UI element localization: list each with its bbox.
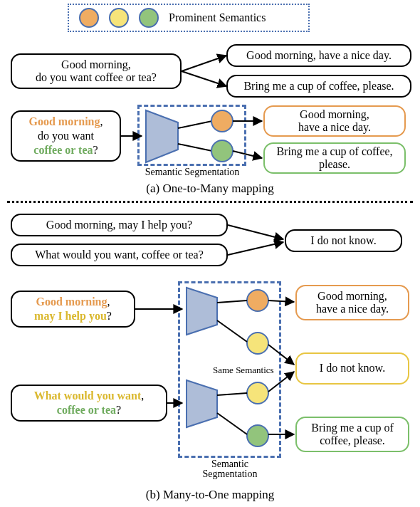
b-hl-top-yellow: may I help you	[34, 310, 107, 322]
legend-circle-orange	[79, 8, 99, 28]
b-hl-top-b2: ?	[107, 310, 112, 322]
b-plain-in-top: Good morning, may I help you?	[11, 214, 228, 236]
svg-line-0	[182, 56, 226, 71]
legend-box: Prominent Semantics	[68, 4, 310, 32]
panel-separator	[7, 201, 413, 203]
a-hl-orange: Good morning	[28, 115, 100, 127]
b-hl-top-text: Good morning, may I help you?	[34, 295, 112, 323]
legend-circle-green	[139, 8, 159, 28]
svg-line-11	[228, 242, 283, 255]
a-plain-input: Good morning, do you want coffee or tea?	[11, 53, 182, 89]
b-out-green: Bring me a cup of coffee, please.	[295, 417, 409, 452]
b-hl-bot-text: What would you want, coffee or tea?	[34, 389, 145, 417]
b-hl-top-orange: Good morning	[36, 296, 107, 308]
b-hl-bot-green: coffee or tea	[57, 404, 116, 416]
b-hl-input-bot: What would you want, coffee or tea?	[11, 385, 167, 422]
a-out-green: Bring me a cup of coffee, please.	[263, 142, 406, 174]
b-hl-bot-yellow: What would you want	[34, 390, 142, 402]
legend-label: Prominent Semantics	[169, 11, 266, 24]
a-out-orange: Good morning, have a nice day.	[263, 105, 406, 137]
svg-line-1	[182, 71, 226, 86]
diagram-canvas: Prominent Semantics Good morning, do you…	[0, 0, 420, 507]
a-highlight-input-text: Good morning, do you want coffee or tea?	[28, 115, 103, 157]
b-plain-in-bot: What would you want, coffee or tea?	[11, 244, 228, 266]
b-caption: (b) Many-to-One mapping	[0, 488, 420, 502]
legend-circle-yellow	[109, 8, 129, 28]
a-hl-green: coffee or tea	[33, 144, 93, 156]
a-plain-out-top: Good morning, have a nice day.	[226, 44, 411, 67]
b-hl-bot-b1: ,	[141, 390, 144, 402]
a-seg-label: Semantic Segmentation	[139, 167, 246, 177]
a-hl-black2: ?	[93, 144, 98, 156]
b-hl-top-b1: ,	[107, 296, 110, 308]
b-plain-out: I do not know.	[285, 229, 402, 252]
svg-line-10	[228, 225, 283, 239]
b-same-semantics: Same Semantics	[213, 365, 274, 376]
b-out-orange: Good morning, have a nice day.	[295, 285, 409, 320]
b-seg-label: Semantic Segmentation	[179, 459, 280, 479]
b-out-yellow: I do not know.	[295, 352, 409, 385]
b-hl-bot-b2: ?	[116, 404, 121, 416]
a-plain-out-bot: Bring me a cup of coffee, please.	[226, 75, 411, 98]
a-caption: (a) One-to-Many mapping	[0, 182, 420, 196]
b-hl-input-top: Good morning, may I help you?	[11, 291, 135, 328]
a-seg-box	[137, 105, 246, 166]
a-highlight-input: Good morning, do you want coffee or tea?	[11, 110, 121, 162]
